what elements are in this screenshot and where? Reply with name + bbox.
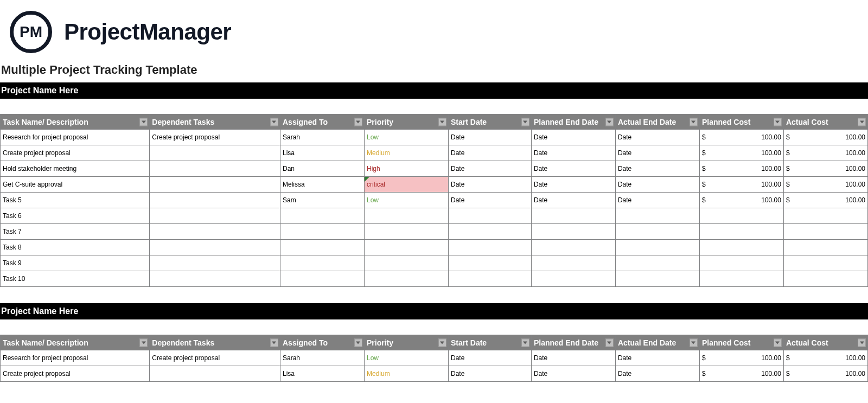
- table-row[interactable]: Hold stakeholder meetingDanHighDateDateD…: [1, 161, 868, 177]
- cell-act-end[interactable]: Date: [615, 350, 699, 366]
- cell-priority[interactable]: Low: [364, 193, 448, 208]
- cell-plan-cost[interactable]: [699, 208, 783, 224]
- filter-dropdown-icon[interactable]: [354, 338, 362, 347]
- cell-assigned[interactable]: Dan: [280, 161, 364, 177]
- cell-task[interactable]: Research for project proposal: [1, 350, 150, 366]
- col-plan-cost[interactable]: Planned Cost: [699, 335, 783, 350]
- table-row[interactable]: Task 5SamLowDateDateDate$100.00$100.00: [1, 193, 868, 208]
- cell-priority[interactable]: [364, 271, 448, 287]
- col-start[interactable]: Start Date: [448, 335, 531, 350]
- cell-assigned[interactable]: [280, 255, 364, 271]
- cell-plan-end[interactable]: [531, 224, 615, 240]
- cell-dependent[interactable]: [150, 177, 280, 193]
- cell-start[interactable]: Date: [448, 161, 531, 177]
- col-task[interactable]: Task Name/ Description: [1, 114, 150, 130]
- cell-dependent[interactable]: [150, 366, 280, 382]
- cell-start[interactable]: [448, 208, 531, 224]
- cell-plan-cost[interactable]: $100.00: [699, 177, 783, 193]
- filter-dropdown-icon[interactable]: [690, 338, 698, 347]
- cell-plan-cost[interactable]: [699, 271, 783, 287]
- col-assigned[interactable]: Assigned To: [280, 335, 364, 350]
- table-row[interactable]: Task 6: [1, 208, 868, 224]
- cell-priority[interactable]: Low: [364, 130, 448, 145]
- cell-plan-cost[interactable]: $100.00: [699, 193, 783, 208]
- cell-priority[interactable]: Medium: [364, 366, 448, 382]
- table-row[interactable]: Task 7: [1, 224, 868, 240]
- table-row[interactable]: Research for project proposalCreate proj…: [1, 350, 868, 366]
- cell-task[interactable]: Research for project proposal: [1, 130, 150, 145]
- col-priority[interactable]: Priority: [364, 114, 448, 130]
- cell-act-end[interactable]: Date: [615, 130, 699, 145]
- cell-plan-end[interactable]: [531, 240, 615, 255]
- cell-act-end[interactable]: Date: [615, 193, 699, 208]
- cell-act-cost[interactable]: $100.00: [783, 177, 867, 193]
- col-act-cost[interactable]: Actual Cost: [783, 335, 867, 350]
- cell-assigned[interactable]: [280, 224, 364, 240]
- table-row[interactable]: Task 8: [1, 240, 868, 255]
- cell-task[interactable]: Task 5: [1, 193, 150, 208]
- col-dependent[interactable]: Dependent Tasks: [150, 335, 280, 350]
- filter-dropdown-icon[interactable]: [858, 338, 866, 347]
- cell-plan-end[interactable]: Date: [531, 130, 615, 145]
- cell-act-cost[interactable]: $100.00: [783, 145, 867, 161]
- cell-dependent[interactable]: [150, 271, 280, 287]
- cell-priority[interactable]: [364, 224, 448, 240]
- cell-priority[interactable]: High: [364, 161, 448, 177]
- cell-task[interactable]: Create project proposal: [1, 366, 150, 382]
- cell-plan-cost[interactable]: $100.00: [699, 366, 783, 382]
- cell-assigned[interactable]: [280, 240, 364, 255]
- filter-dropdown-icon[interactable]: [774, 338, 782, 347]
- cell-plan-end[interactable]: Date: [531, 161, 615, 177]
- cell-act-cost[interactable]: $100.00: [783, 130, 867, 145]
- filter-dropdown-icon[interactable]: [774, 118, 782, 126]
- col-plan-cost[interactable]: Planned Cost: [699, 114, 783, 130]
- cell-assigned[interactable]: Sam: [280, 193, 364, 208]
- cell-start[interactable]: [448, 271, 531, 287]
- cell-task[interactable]: Task 7: [1, 224, 150, 240]
- filter-dropdown-icon[interactable]: [521, 118, 529, 126]
- cell-dependent[interactable]: [150, 255, 280, 271]
- cell-plan-cost[interactable]: $100.00: [699, 161, 783, 177]
- cell-task[interactable]: Task 9: [1, 255, 150, 271]
- cell-priority[interactable]: critical: [364, 177, 448, 193]
- cell-start[interactable]: Date: [448, 366, 531, 382]
- cell-assigned[interactable]: [280, 208, 364, 224]
- cell-task[interactable]: Task 6: [1, 208, 150, 224]
- col-act-cost[interactable]: Actual Cost: [783, 114, 867, 130]
- cell-plan-end[interactable]: [531, 255, 615, 271]
- cell-dependent[interactable]: [150, 193, 280, 208]
- filter-dropdown-icon[interactable]: [438, 118, 446, 126]
- cell-task[interactable]: Task 8: [1, 240, 150, 255]
- filter-dropdown-icon[interactable]: [270, 338, 278, 347]
- cell-act-end[interactable]: Date: [615, 177, 699, 193]
- table-row[interactable]: Create project proposalLisaMediumDateDat…: [1, 366, 868, 382]
- col-plan-end[interactable]: Planned End Date: [531, 335, 615, 350]
- cell-plan-cost[interactable]: [699, 224, 783, 240]
- cell-dependent[interactable]: Create project proposal: [150, 350, 280, 366]
- table-row[interactable]: Create project proposalLisaMediumDateDat…: [1, 145, 868, 161]
- cell-act-cost[interactable]: $100.00: [783, 350, 867, 366]
- cell-act-end[interactable]: [615, 271, 699, 287]
- cell-assigned[interactable]: Melissa: [280, 177, 364, 193]
- table-row[interactable]: Get C-suite approvalMelissacriticalDateD…: [1, 177, 868, 193]
- cell-plan-end[interactable]: [531, 208, 615, 224]
- cell-act-cost[interactable]: [783, 271, 867, 287]
- cell-act-end[interactable]: [615, 224, 699, 240]
- filter-dropdown-icon[interactable]: [605, 338, 614, 347]
- cell-start[interactable]: [448, 224, 531, 240]
- cell-priority[interactable]: [364, 255, 448, 271]
- cell-start[interactable]: Date: [448, 350, 531, 366]
- col-priority[interactable]: Priority: [364, 335, 448, 350]
- cell-act-cost[interactable]: [783, 208, 867, 224]
- filter-dropdown-icon[interactable]: [858, 118, 866, 126]
- cell-task[interactable]: Task 10: [1, 271, 150, 287]
- cell-dependent[interactable]: [150, 161, 280, 177]
- cell-start[interactable]: Date: [448, 177, 531, 193]
- cell-priority[interactable]: Low: [364, 350, 448, 366]
- filter-dropdown-icon[interactable]: [270, 118, 278, 126]
- col-assigned[interactable]: Assigned To: [280, 114, 364, 130]
- col-act-end[interactable]: Actual End Date: [615, 335, 699, 350]
- cell-act-cost[interactable]: $100.00: [783, 161, 867, 177]
- cell-assigned[interactable]: Lisa: [280, 145, 364, 161]
- cell-priority[interactable]: [364, 208, 448, 224]
